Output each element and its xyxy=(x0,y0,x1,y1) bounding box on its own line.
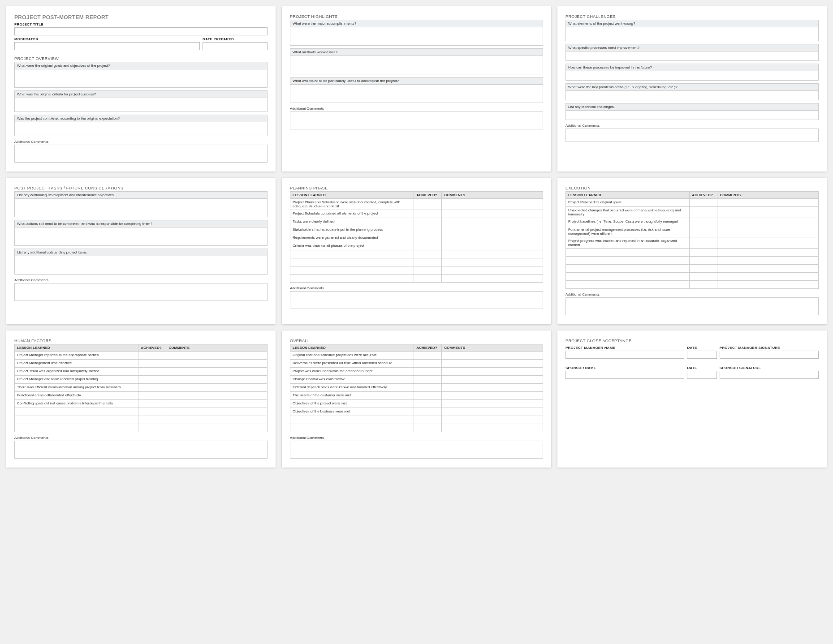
cell-achieved[interactable] xyxy=(138,368,166,376)
cell-comments[interactable] xyxy=(717,281,819,289)
ans-continuing[interactable] xyxy=(14,198,268,217)
cell-comments[interactable] xyxy=(442,416,543,424)
cell-comments[interactable] xyxy=(442,352,543,360)
cell-comments[interactable] xyxy=(166,360,268,368)
cell-achieved[interactable] xyxy=(414,210,442,218)
cell-comments[interactable] xyxy=(442,250,543,258)
cell-comments[interactable] xyxy=(442,275,543,283)
cell-comments[interactable] xyxy=(717,218,819,226)
cell-comments[interactable] xyxy=(166,424,268,432)
cell-achieved[interactable] xyxy=(414,392,442,400)
ans-improve[interactable] xyxy=(565,51,819,61)
cell-comments[interactable] xyxy=(717,226,819,237)
cell-achieved[interactable] xyxy=(414,384,442,392)
cell-comments[interactable] xyxy=(442,392,543,400)
addl-box-3[interactable] xyxy=(565,129,819,142)
cell-comments[interactable] xyxy=(166,400,268,408)
cell-comments[interactable] xyxy=(166,408,268,416)
cell-comments[interactable] xyxy=(442,234,543,242)
cell-comments[interactable] xyxy=(166,352,268,360)
cell-comments[interactable] xyxy=(166,376,268,384)
cell-achieved[interactable] xyxy=(690,281,717,289)
cell-achieved[interactable] xyxy=(138,400,166,408)
ans-wrong[interactable] xyxy=(565,27,819,41)
cell-comments[interactable] xyxy=(442,408,543,416)
cell-comments[interactable] xyxy=(442,210,543,218)
cell-achieved[interactable] xyxy=(690,237,717,249)
ans-accomplishments[interactable] xyxy=(290,27,543,46)
cell-achieved[interactable] xyxy=(138,384,166,392)
cell-comments[interactable] xyxy=(717,273,819,281)
ans-technical[interactable] xyxy=(565,110,819,120)
cell-comments[interactable] xyxy=(717,207,819,218)
input-pm-name[interactable] xyxy=(565,351,684,359)
cell-comments[interactable] xyxy=(166,416,268,424)
cell-achieved[interactable] xyxy=(414,368,442,376)
cell-comments[interactable] xyxy=(717,199,819,207)
ans-outstanding[interactable] xyxy=(14,256,268,275)
cell-comments[interactable] xyxy=(442,242,543,250)
cell-comments[interactable] xyxy=(442,360,543,368)
input-pm-date[interactable] xyxy=(687,351,716,359)
cell-achieved[interactable] xyxy=(690,207,717,218)
ans-problems[interactable] xyxy=(565,90,819,100)
cell-achieved[interactable] xyxy=(414,376,442,384)
cell-achieved[interactable] xyxy=(138,352,166,360)
cell-comments[interactable] xyxy=(166,368,268,376)
cell-achieved[interactable] xyxy=(138,408,166,416)
cell-achieved[interactable] xyxy=(138,360,166,368)
addl-box-7[interactable] xyxy=(14,441,268,459)
cell-comments[interactable] xyxy=(717,237,819,249)
cell-comments[interactable] xyxy=(442,266,543,275)
cell-achieved[interactable] xyxy=(414,360,442,368)
cell-achieved[interactable] xyxy=(138,416,166,424)
cell-achieved[interactable] xyxy=(414,400,442,408)
cell-achieved[interactable] xyxy=(414,408,442,416)
cell-achieved[interactable] xyxy=(414,234,442,242)
cell-achieved[interactable] xyxy=(414,226,442,234)
cell-achieved[interactable] xyxy=(414,352,442,360)
input-project-title[interactable] xyxy=(14,27,268,35)
input-pm-sig[interactable] xyxy=(720,351,819,359)
input-sponsor-date[interactable] xyxy=(687,371,716,379)
cell-achieved[interactable] xyxy=(414,242,442,250)
cell-comments[interactable] xyxy=(442,424,543,432)
cell-achieved[interactable] xyxy=(690,218,717,226)
addl-box-2[interactable] xyxy=(290,112,543,129)
ans-methods[interactable] xyxy=(290,56,543,74)
ans-expectation[interactable] xyxy=(14,122,268,136)
cell-comments[interactable] xyxy=(442,199,543,210)
cell-achieved[interactable] xyxy=(414,218,442,226)
cell-achieved[interactable] xyxy=(414,250,442,258)
cell-comments[interactable] xyxy=(442,218,543,226)
cell-achieved[interactable] xyxy=(690,265,717,273)
cell-achieved[interactable] xyxy=(690,249,717,257)
input-moderator[interactable] xyxy=(14,42,200,50)
input-sponsor-name[interactable] xyxy=(565,371,684,379)
cell-achieved[interactable] xyxy=(138,424,166,432)
cell-comments[interactable] xyxy=(442,258,543,266)
cell-comments[interactable] xyxy=(442,400,543,408)
ans-actions[interactable] xyxy=(14,227,268,246)
cell-achieved[interactable] xyxy=(690,199,717,207)
cell-comments[interactable] xyxy=(442,226,543,234)
ans-goals[interactable] xyxy=(14,69,268,88)
addl-box-4[interactable] xyxy=(14,283,268,301)
cell-comments[interactable] xyxy=(442,384,543,392)
cell-comments[interactable] xyxy=(717,265,819,273)
input-date-prepared[interactable] xyxy=(203,42,268,50)
cell-achieved[interactable] xyxy=(414,275,442,283)
cell-achieved[interactable] xyxy=(690,273,717,281)
ans-useful[interactable] xyxy=(290,84,543,103)
addl-box-6[interactable] xyxy=(565,297,819,315)
cell-achieved[interactable] xyxy=(414,199,442,210)
ans-future[interactable] xyxy=(565,71,819,81)
cell-comments[interactable] xyxy=(717,249,819,257)
cell-comments[interactable] xyxy=(166,384,268,392)
cell-achieved[interactable] xyxy=(690,226,717,237)
cell-achieved[interactable] xyxy=(690,257,717,265)
cell-comments[interactable] xyxy=(166,392,268,400)
addl-box-5[interactable] xyxy=(290,291,543,309)
ans-criteria[interactable] xyxy=(14,98,268,112)
input-sponsor-sig[interactable] xyxy=(720,371,819,379)
